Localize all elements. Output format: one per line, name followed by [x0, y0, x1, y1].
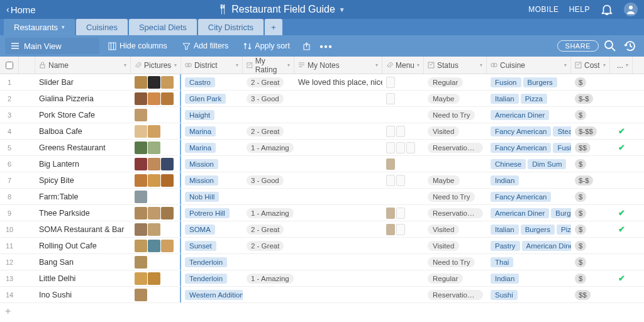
cost-pill[interactable]: $-$ [575, 175, 593, 186]
cell-cost[interactable]: $-$$ [571, 123, 610, 139]
picture-thumb[interactable] [161, 240, 174, 252]
cell-notes[interactable] [294, 221, 382, 237]
cell-cost[interactable]: $-$ [571, 172, 610, 188]
cell-cuisine[interactable]: Fancy American [487, 189, 571, 204]
cell-pictures[interactable] [131, 172, 181, 188]
rating-pill[interactable]: 3 - Good [247, 175, 284, 186]
picture-thumb[interactable] [148, 174, 160, 187]
cost-pill[interactable]: $ [575, 225, 586, 235]
district-tag[interactable]: Haight [185, 110, 214, 120]
picture-thumb[interactable] [135, 125, 147, 138]
cuisine-tag[interactable]: Burgers [523, 77, 557, 87]
cell-pictures[interactable] [131, 270, 181, 286]
cell-pictures[interactable] [131, 107, 181, 123]
rating-pill[interactable]: 2 - Great [247, 77, 284, 87]
table-row[interactable]: 13Little DelhiTenderloin1 - AmazingRegul… [0, 270, 644, 287]
user-avatar[interactable] [624, 3, 638, 16]
select-all-checkbox[interactable] [6, 62, 13, 69]
cell-rating[interactable]: 3 - Good [243, 91, 294, 106]
cell-cost[interactable]: $ [571, 74, 610, 90]
picture-thumb[interactable] [148, 92, 160, 105]
cell-pictures[interactable] [131, 238, 181, 253]
cell-pictures[interactable] [131, 123, 181, 139]
cell-name[interactable]: Pork Store Cafe [35, 107, 131, 123]
picture-thumb[interactable] [148, 125, 160, 138]
table-row[interactable]: 14Ino SushiWestern AdditionReservation …… [0, 287, 644, 303]
cell-rating[interactable] [243, 107, 294, 123]
picture-thumb[interactable] [135, 109, 147, 121]
cell-notes[interactable] [294, 156, 382, 172]
col-name[interactable]: Name▾ [35, 57, 131, 74]
attachment-thumb[interactable] [396, 175, 405, 186]
cell-cuisine[interactable]: ChineseDim Sum [487, 156, 571, 172]
picture-thumb[interactable] [148, 76, 160, 89]
col-rating[interactable]: My Rating▾ [243, 57, 294, 74]
cell-rating[interactable] [243, 287, 294, 303]
cell-pictures[interactable] [131, 287, 181, 303]
cuisine-tag[interactable]: Fancy American [491, 192, 551, 202]
cost-pill[interactable]: $ [575, 159, 586, 169]
cell-name[interactable]: Farm:Table [35, 189, 131, 204]
cell-district[interactable]: Glen Park [181, 91, 243, 106]
cell-district[interactable]: Mission [181, 172, 243, 188]
cell-cost[interactable]: $ [571, 189, 610, 204]
add-row-button[interactable]: + [0, 303, 644, 319]
cuisine-tag[interactable]: American Diner [522, 241, 571, 251]
cell-cuisine[interactable]: Fancy AmericanSteak [487, 123, 571, 139]
cell-name[interactable]: Rolling Out Cafe [35, 238, 131, 253]
table-row[interactable]: 5Greens RestaurantMarina1 - AmazingReser… [0, 140, 644, 156]
cuisine-tag[interactable]: Dim Sum [528, 159, 566, 169]
cuisine-tag[interactable]: Italian [491, 225, 519, 235]
rating-pill[interactable]: 1 - Amazing [247, 208, 294, 218]
cell-cost[interactable]: $ [571, 238, 610, 253]
district-tag[interactable]: Potrero Hill [185, 208, 230, 218]
cell-rating[interactable]: 2 - Great [243, 238, 294, 253]
tab-special-diets[interactable]: Special Diets [129, 19, 197, 35]
cuisine-tag[interactable]: Chinese [491, 159, 526, 169]
col-check[interactable]: ...▾ [610, 57, 633, 74]
table-row[interactable]: 7Spicy BiteMission3 - GoodMaybeIndian$-$ [0, 172, 644, 189]
picture-thumb[interactable] [161, 158, 174, 170]
cell-notes[interactable] [294, 270, 382, 286]
cell-check[interactable] [610, 107, 633, 123]
picture-thumb[interactable] [161, 207, 174, 219]
picture-thumb[interactable] [135, 223, 147, 236]
picture-thumb[interactable] [135, 240, 147, 252]
picture-thumb[interactable] [135, 158, 147, 170]
status-pill[interactable]: Need to Try [428, 257, 475, 267]
attachment-thumb[interactable] [386, 77, 395, 88]
cell-district[interactable]: Mission [181, 156, 243, 172]
cell-check[interactable]: ✔ [610, 270, 633, 286]
attachment-thumb[interactable] [396, 224, 405, 235]
table-row[interactable]: 4Balboa CafeMarina2 - GreatVisitedFancy … [0, 123, 644, 140]
cell-district[interactable]: Potrero Hill [181, 205, 243, 221]
picture-thumb[interactable] [148, 142, 160, 154]
cell-check[interactable] [610, 156, 633, 172]
share-button[interactable]: SHARE [557, 40, 599, 52]
cuisine-tag[interactable]: Burgers [551, 208, 571, 218]
picture-thumb[interactable] [161, 174, 174, 187]
cell-pictures[interactable] [131, 189, 181, 204]
cell-pictures[interactable] [131, 74, 181, 90]
cell-check[interactable] [610, 254, 633, 270]
cell-district[interactable]: SOMA [181, 221, 243, 237]
cell-pictures[interactable] [131, 254, 181, 270]
cell-status[interactable]: Regular [424, 74, 487, 90]
cell-check[interactable] [610, 287, 633, 303]
cell-status[interactable]: Need to Try [424, 254, 487, 270]
cell-rating[interactable]: 2 - Great [243, 123, 294, 139]
cell-status[interactable]: Visited [424, 221, 487, 237]
cuisine-tag[interactable]: Pizza [521, 94, 547, 104]
table-row[interactable]: 10SOMA Restaurant & BarSOMA2 - GreatVisi… [0, 221, 644, 238]
cell-district[interactable]: Tenderloin [181, 270, 243, 286]
cuisine-tag[interactable]: Fusion [553, 143, 571, 153]
cell-name[interactable]: Gialina Pizzeria [35, 91, 131, 106]
district-tag[interactable]: Tenderloin [185, 274, 227, 284]
cell-check[interactable] [610, 238, 633, 253]
cost-pill[interactable]: $ [575, 257, 586, 267]
cost-pill[interactable]: $ [575, 110, 586, 120]
cell-menu[interactable] [382, 123, 424, 139]
cell-cost[interactable]: $ [571, 205, 610, 221]
cuisine-tag[interactable]: American Diner [491, 208, 549, 218]
cell-menu[interactable] [382, 74, 424, 90]
